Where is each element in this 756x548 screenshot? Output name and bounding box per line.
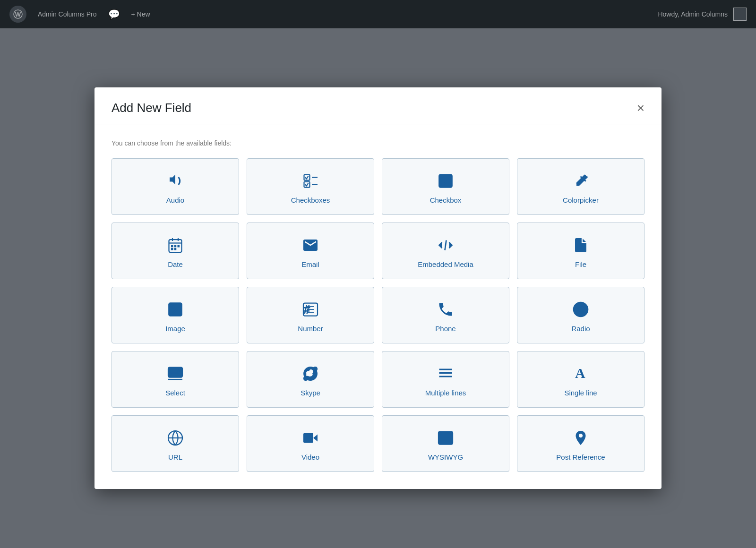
- file-icon: [572, 237, 589, 260]
- field-item-email[interactable]: Email: [247, 223, 374, 279]
- svg-text:A: A: [575, 365, 585, 381]
- field-label-video: Video: [301, 453, 319, 461]
- wysiwyg-icon: [437, 429, 454, 453]
- modal-close-button[interactable]: ×: [637, 102, 644, 115]
- field-item-audio[interactable]: Audio: [112, 158, 239, 215]
- svg-point-25: [578, 307, 584, 312]
- field-label-checkbox: Checkbox: [430, 196, 462, 204]
- field-item-post-reference[interactable]: Post Reference: [517, 415, 644, 472]
- field-item-wysiwyg[interactable]: WYSIWYG: [382, 415, 509, 472]
- svg-rect-37: [438, 431, 453, 444]
- multiple-lines-icon: [437, 365, 454, 389]
- phone-icon: [437, 301, 454, 325]
- svg-rect-35: [303, 433, 313, 443]
- colorpicker-icon: [572, 172, 589, 196]
- field-item-checkboxes[interactable]: Checkboxes: [247, 158, 374, 215]
- field-label-file: File: [575, 260, 586, 268]
- field-label-colorpicker: Colorpicker: [563, 196, 599, 204]
- radio-icon: [572, 301, 589, 325]
- field-label-radio: Radio: [571, 325, 590, 333]
- field-label-url: URL: [168, 453, 182, 461]
- comment-icon[interactable]: 💬: [108, 9, 120, 20]
- field-label-date: Date: [168, 260, 183, 268]
- field-label-select: Select: [165, 389, 185, 397]
- field-label-post-reference: Post Reference: [556, 453, 605, 461]
- page-content: Add New Field × You can choose from the …: [0, 28, 756, 548]
- field-item-file[interactable]: File: [517, 223, 644, 279]
- post-reference-icon: [572, 429, 589, 453]
- svg-rect-6: [439, 174, 452, 187]
- video-icon: [302, 429, 319, 453]
- modal-header: Add New Field ×: [94, 87, 662, 125]
- field-item-select[interactable]: Select: [112, 351, 239, 408]
- select-icon: [167, 365, 184, 389]
- field-label-single-line: Single line: [564, 389, 597, 397]
- field-item-embedded-media[interactable]: Embedded Media: [382, 223, 509, 279]
- checkbox-icon: [437, 172, 454, 196]
- field-item-multiple-lines[interactable]: Multiple lines: [382, 351, 509, 408]
- avatar[interactable]: [733, 8, 747, 21]
- admin-bar-right: Howdy, Admin Columns: [658, 8, 747, 21]
- field-item-number[interactable]: # Number: [247, 287, 374, 343]
- svg-rect-14: [171, 248, 173, 250]
- modal-body: You can choose from the available fields…: [94, 125, 662, 489]
- field-item-url[interactable]: URL: [112, 415, 239, 472]
- modal-description: You can choose from the available fields…: [112, 139, 644, 147]
- field-item-colorpicker[interactable]: Colorpicker: [517, 158, 644, 215]
- field-label-embedded-media: Embedded Media: [418, 260, 473, 268]
- field-label-number: Number: [298, 325, 323, 333]
- field-label-wysiwyg: WYSIWYG: [428, 453, 463, 461]
- checkboxes-icon: [302, 172, 319, 196]
- field-label-checkboxes: Checkboxes: [291, 196, 330, 204]
- svg-rect-13: [178, 245, 180, 248]
- modal-title: Add New Field: [112, 101, 191, 115]
- svg-rect-11: [171, 245, 173, 248]
- wp-logo[interactable]: W: [9, 6, 26, 23]
- field-label-skype: Skype: [301, 389, 320, 397]
- field-item-checkbox[interactable]: Checkbox: [382, 158, 509, 215]
- admin-bar: W Admin Columns Pro 💬 + New Howdy, Admin…: [0, 0, 756, 28]
- admin-bar-title[interactable]: Admin Columns Pro: [38, 10, 97, 18]
- fields-grid: Audio Checkboxes Checkbox Colorpicker Da…: [112, 158, 644, 472]
- field-item-phone[interactable]: Phone: [382, 287, 509, 343]
- audio-icon: [167, 172, 184, 196]
- number-icon: #: [302, 301, 319, 325]
- svg-text:W: W: [15, 11, 21, 18]
- svg-text:#: #: [303, 303, 310, 317]
- field-label-multiple-lines: Multiple lines: [425, 389, 466, 397]
- greeting-text: Howdy, Admin Columns: [658, 10, 728, 18]
- svg-point-18: [172, 306, 174, 308]
- single-line-icon: A: [572, 365, 589, 389]
- svg-rect-12: [174, 245, 177, 248]
- field-item-skype[interactable]: Skype: [247, 351, 374, 408]
- field-label-audio: Audio: [166, 196, 184, 204]
- svg-line-16: [445, 240, 447, 250]
- svg-rect-15: [174, 248, 177, 250]
- field-item-radio[interactable]: Radio: [517, 287, 644, 343]
- field-item-single-line[interactable]: A Single line: [517, 351, 644, 408]
- field-item-video[interactable]: Video: [247, 415, 374, 472]
- email-icon: [302, 237, 319, 260]
- image-icon: [167, 301, 184, 325]
- field-item-image[interactable]: Image: [112, 287, 239, 343]
- field-label-image: Image: [165, 325, 185, 333]
- field-item-date[interactable]: Date: [112, 223, 239, 279]
- svg-marker-36: [313, 434, 318, 441]
- new-content-button[interactable]: + New: [131, 10, 150, 18]
- url-icon: [167, 429, 184, 453]
- add-new-field-modal: Add New Field × You can choose from the …: [94, 87, 662, 489]
- embedded-media-icon: [437, 237, 454, 260]
- field-label-email: Email: [301, 260, 319, 268]
- date-icon: [167, 237, 184, 260]
- svg-rect-27: [170, 369, 178, 373]
- skype-icon: [302, 365, 319, 389]
- field-label-phone: Phone: [435, 325, 455, 333]
